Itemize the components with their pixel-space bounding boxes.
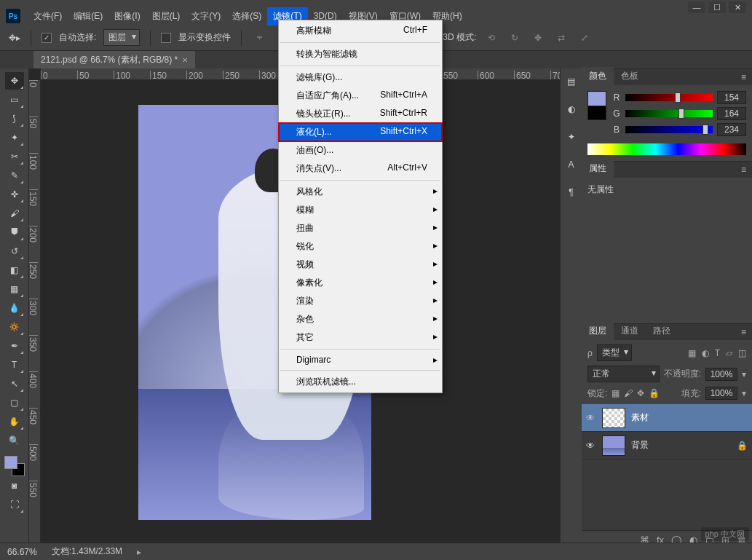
- eyedropper-tool[interactable]: ✎: [5, 167, 24, 184]
- character-panel-icon[interactable]: A: [564, 157, 579, 172]
- history-brush-tool[interactable]: ↺: [5, 242, 24, 260]
- filter-render[interactable]: 渲染: [279, 292, 442, 310]
- visibility-toggle-icon[interactable]: 👁: [586, 441, 596, 451]
- type-tool[interactable]: T: [5, 356, 24, 374]
- 3d-orbit-icon[interactable]: ⟲: [483, 30, 499, 46]
- document-tab[interactable]: 2121.psd @ 66.7% (素材, RGB/8) * ✕: [33, 51, 195, 69]
- lock-all-icon[interactable]: 🔒: [649, 388, 660, 398]
- auto-select-scope-select[interactable]: 图层: [103, 29, 140, 46]
- document-tab-close-icon[interactable]: ✕: [182, 56, 188, 64]
- 3d-scale-icon[interactable]: ⤢: [577, 30, 593, 46]
- auto-select-checkbox[interactable]: [41, 33, 52, 43]
- filter-video[interactable]: 视频: [279, 256, 442, 274]
- properties-panel-menu-icon[interactable]: ≡: [735, 162, 752, 178]
- filter-stylize[interactable]: 风格化: [279, 183, 442, 201]
- menu-select[interactable]: 选择(S): [226, 7, 267, 25]
- show-transform-checkbox[interactable]: [161, 33, 171, 43]
- layer-filter-kind-select[interactable]: 类型: [597, 344, 632, 361]
- layers-panel-menu-icon[interactable]: ≡: [735, 324, 752, 340]
- color-panel-menu-icon[interactable]: ≡: [735, 69, 752, 85]
- 3d-slide-icon[interactable]: ⇄: [553, 30, 569, 46]
- filter-sharpen[interactable]: 锐化: [279, 237, 442, 256]
- lock-position-icon[interactable]: ✥: [637, 388, 644, 398]
- filter-shape-icon[interactable]: ▱: [726, 348, 732, 358]
- brush-tool[interactable]: 🖌: [5, 205, 24, 222]
- r-slider[interactable]: [625, 94, 713, 101]
- foreground-color-swatch[interactable]: [4, 456, 17, 469]
- healing-tool[interactable]: ✜: [5, 186, 24, 203]
- layer-name[interactable]: 素材: [631, 411, 649, 424]
- quick-select-tool[interactable]: ✦: [5, 129, 24, 146]
- adjustments-panel-icon[interactable]: ◐: [564, 102, 579, 117]
- filter-type-icon[interactable]: T: [715, 348, 720, 358]
- filter-lens-correction[interactable]: 镜头校正(R)... Shift+Ctrl+R: [279, 105, 442, 123]
- filter-pixelate[interactable]: 像素化: [279, 274, 442, 292]
- layer-thumbnail[interactable]: [602, 435, 625, 456]
- filter-vanishing-point[interactable]: 消失点(V)... Alt+Ctrl+V: [279, 159, 442, 178]
- layer-name[interactable]: 背景: [631, 439, 649, 451]
- filter-digimarc[interactable]: Digimarc: [279, 352, 442, 368]
- filter-oil-paint[interactable]: 油画(O)...: [279, 141, 442, 159]
- color-tab[interactable]: 颜色: [582, 67, 614, 85]
- swatches-tab[interactable]: 色板: [614, 67, 646, 85]
- screen-mode-toggle[interactable]: ⛶: [5, 496, 24, 513]
- menu-type[interactable]: 文字(Y): [186, 7, 226, 25]
- menu-file[interactable]: 文件(F): [28, 7, 68, 25]
- b-input[interactable]: 234: [717, 123, 746, 136]
- properties-tab[interactable]: 属性: [582, 159, 614, 178]
- menu-layer[interactable]: 图层(L): [146, 7, 186, 25]
- opacity-stepper-icon[interactable]: ▾: [742, 369, 746, 379]
- layer-row[interactable]: 👁 素材: [582, 404, 752, 432]
- close-button[interactable]: ✕: [729, 1, 746, 13]
- lock-transparency-icon[interactable]: ▦: [612, 388, 620, 398]
- 3d-pan-icon[interactable]: ✥: [530, 30, 546, 46]
- filter-distort[interactable]: 扭曲: [279, 219, 442, 237]
- color-preview-swatch[interactable]: [587, 91, 606, 120]
- color-spectrum[interactable]: [587, 143, 746, 155]
- zoom-level[interactable]: 66.67%: [7, 547, 37, 557]
- history-panel-icon[interactable]: ▤: [564, 74, 579, 89]
- filter-browse-online[interactable]: 浏览联机滤镜...: [279, 373, 442, 391]
- blur-tool[interactable]: 💧: [5, 299, 24, 317]
- menu-edit[interactable]: 编辑(E): [68, 7, 108, 25]
- path-select-tool[interactable]: ↖: [5, 375, 24, 393]
- lock-pixels-icon[interactable]: 🖌: [624, 388, 633, 398]
- gradient-tool[interactable]: ▦: [5, 280, 24, 298]
- fill-stepper-icon[interactable]: ▾: [742, 388, 746, 398]
- filter-smart-icon[interactable]: ◫: [738, 348, 746, 358]
- filter-pixel-icon[interactable]: ▦: [688, 348, 696, 358]
- eraser-tool[interactable]: ◧: [5, 261, 24, 279]
- filter-adjust-icon[interactable]: ◐: [702, 348, 709, 358]
- minimize-button[interactable]: —: [688, 1, 705, 13]
- zoom-tool[interactable]: 🔍: [5, 432, 24, 449]
- stamp-tool[interactable]: ⛊: [5, 224, 24, 241]
- blend-mode-select[interactable]: 正常: [587, 366, 660, 382]
- filter-adaptive-wide[interactable]: 自适应广角(A)... Shift+Ctrl+A: [279, 87, 442, 105]
- dodge-tool[interactable]: 🔅: [5, 318, 24, 336]
- visibility-toggle-icon[interactable]: 👁: [586, 413, 596, 423]
- layers-tab[interactable]: 图层: [582, 322, 614, 340]
- quick-mask-toggle[interactable]: ◙: [5, 477, 24, 494]
- opacity-input[interactable]: 100%: [705, 368, 737, 381]
- 3d-roll-icon[interactable]: ↻: [507, 30, 523, 46]
- filter-last[interactable]: 高斯模糊 Ctrl+F: [279, 22, 442, 40]
- g-slider[interactable]: [625, 110, 713, 117]
- lasso-tool[interactable]: ⟆: [5, 110, 24, 127]
- paths-tab[interactable]: 路径: [646, 322, 678, 340]
- styles-panel-icon[interactable]: ✦: [564, 130, 579, 144]
- filter-other[interactable]: 其它: [279, 328, 442, 347]
- channels-tab[interactable]: 通道: [614, 322, 646, 340]
- b-slider[interactable]: [625, 126, 713, 133]
- paragraph-panel-icon[interactable]: ¶: [564, 185, 579, 200]
- filter-blur[interactable]: 模糊: [279, 201, 442, 219]
- menu-image[interactable]: 图像(I): [108, 7, 146, 25]
- shape-tool[interactable]: ▢: [5, 394, 24, 411]
- color-swatches[interactable]: [4, 456, 25, 476]
- filter-liquify[interactable]: 液化(L)... Shift+Ctrl+X: [279, 123, 442, 141]
- hand-tool[interactable]: ✋: [5, 413, 24, 430]
- ruler-vertical[interactable]: 050100150200250300350400450500550: [29, 80, 41, 549]
- marquee-tool[interactable]: ▭: [5, 91, 24, 109]
- maximize-button[interactable]: ☐: [708, 1, 726, 13]
- align-top-icon[interactable]: ⫧: [252, 30, 268, 46]
- pen-tool[interactable]: ✒: [5, 337, 24, 355]
